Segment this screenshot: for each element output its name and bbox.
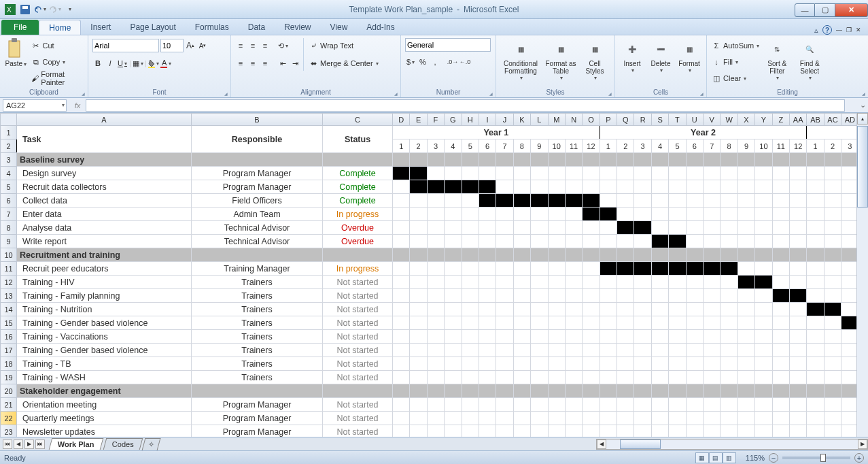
gantt-cell[interactable] <box>565 208 582 221</box>
gantt-cell[interactable] <box>651 344 668 357</box>
gantt-cell[interactable] <box>583 330 600 344</box>
gantt-cell[interactable] <box>772 303 789 316</box>
align-left-icon[interactable]: ≡ <box>235 58 246 69</box>
gantt-cell[interactable] <box>548 180 565 194</box>
gantt-cell[interactable] <box>651 371 668 384</box>
zoom-level[interactable]: 115% <box>746 454 765 462</box>
gantt-cell[interactable] <box>410 208 427 221</box>
gantt-cell[interactable] <box>427 221 444 235</box>
gantt-cell[interactable] <box>513 262 530 276</box>
cell[interactable] <box>824 248 841 262</box>
tab-view[interactable]: View <box>321 20 358 35</box>
gantt-cell[interactable] <box>686 303 703 316</box>
gantt-cell[interactable] <box>617 289 634 303</box>
gantt-cell[interactable] <box>513 371 530 384</box>
gantt-cell[interactable] <box>807 344 824 357</box>
gantt-cell[interactable] <box>704 235 721 248</box>
gantt-cell[interactable] <box>531 398 548 412</box>
cell[interactable] <box>427 384 444 398</box>
gantt-cell[interactable] <box>737 194 754 208</box>
row-header[interactable]: 17 <box>1 344 17 357</box>
cell[interactable] <box>583 248 600 262</box>
gantt-cell[interactable] <box>789 330 806 344</box>
row-header[interactable]: 2 <box>1 139 17 153</box>
col-header[interactable]: K <box>513 114 530 126</box>
row-header[interactable]: 5 <box>1 180 17 194</box>
gantt-cell[interactable] <box>704 316 721 330</box>
gantt-cell[interactable] <box>721 344 737 357</box>
responsible-cell[interactable]: Trainers <box>192 371 323 384</box>
gantt-cell[interactable] <box>565 289 582 303</box>
gantt-cell[interactable] <box>737 262 754 276</box>
gantt-cell[interactable] <box>496 194 513 208</box>
gantt-cell[interactable] <box>393 194 410 208</box>
gantt-cell[interactable] <box>721 398 737 412</box>
responsible-cell[interactable]: Technical Advisor <box>192 235 323 248</box>
gantt-cell[interactable] <box>755 235 772 248</box>
gantt-cell[interactable] <box>513 412 530 425</box>
row-header[interactable]: 9 <box>1 235 17 248</box>
gantt-cell[interactable] <box>755 208 772 221</box>
gantt-cell[interactable] <box>513 316 530 330</box>
col-header[interactable]: A <box>17 114 192 126</box>
cell[interactable] <box>531 153 548 167</box>
gantt-cell[interactable] <box>513 276 530 289</box>
gantt-cell[interactable] <box>704 412 721 425</box>
col-header[interactable]: Z <box>772 114 789 126</box>
gantt-cell[interactable] <box>427 425 444 437</box>
tab-file[interactable]: File <box>1 20 39 35</box>
gantt-cell[interactable] <box>600 221 617 235</box>
gantt-cell[interactable] <box>617 221 634 235</box>
gantt-cell[interactable] <box>445 398 462 412</box>
gantt-cell[interactable] <box>755 289 772 303</box>
col-header[interactable]: R <box>634 114 651 126</box>
gantt-cell[interactable] <box>737 221 754 235</box>
gantt-cell[interactable] <box>755 357 772 371</box>
gantt-cell[interactable] <box>600 262 617 276</box>
gantt-cell[interactable] <box>548 398 565 412</box>
cell[interactable] <box>651 384 668 398</box>
gantt-cell[interactable] <box>427 276 444 289</box>
fill-color-button[interactable] <box>148 58 159 69</box>
cell[interactable] <box>445 248 462 262</box>
row-header[interactable]: 6 <box>1 194 17 208</box>
cell[interactable] <box>427 248 444 262</box>
gantt-cell[interactable] <box>583 425 600 437</box>
merge-center-button[interactable]: ⬌Merge & Center <box>308 56 379 71</box>
cell[interactable] <box>192 248 323 262</box>
gantt-cell[interactable] <box>462 180 479 194</box>
gantt-cell[interactable] <box>513 194 530 208</box>
gantt-cell[interactable] <box>617 398 634 412</box>
gantt-cell[interactable] <box>462 235 479 248</box>
task-cell[interactable]: Training - Nutrition <box>17 303 192 316</box>
gantt-cell[interactable] <box>565 262 582 276</box>
cell[interactable] <box>617 248 634 262</box>
gantt-cell[interactable] <box>496 371 513 384</box>
gantt-cell[interactable] <box>513 235 530 248</box>
gantt-cell[interactable] <box>807 262 824 276</box>
gantt-cell[interactable] <box>789 194 806 208</box>
gantt-cell[interactable] <box>393 412 410 425</box>
gantt-cell[interactable] <box>531 371 548 384</box>
gantt-cell[interactable] <box>513 208 530 221</box>
gantt-cell[interactable] <box>427 303 444 316</box>
gantt-cell[interactable] <box>479 344 496 357</box>
gantt-cell[interactable] <box>772 180 789 194</box>
gantt-cell[interactable] <box>513 398 530 412</box>
vertical-scrollbar[interactable]: ▴ ▾ <box>856 113 868 450</box>
gantt-cell[interactable] <box>669 425 686 437</box>
gantt-cell[interactable] <box>565 221 582 235</box>
gantt-cell[interactable] <box>704 344 721 357</box>
page-break-view-icon[interactable]: ▥ <box>723 452 736 463</box>
gantt-cell[interactable] <box>772 262 789 276</box>
row-header[interactable]: 13 <box>1 289 17 303</box>
sheet-tab-codes[interactable]: Codes <box>103 438 142 450</box>
gantt-cell[interactable] <box>824 289 841 303</box>
help-icon[interactable]: ? <box>822 25 832 35</box>
gantt-cell[interactable] <box>410 167 427 180</box>
col-header[interactable]: AC <box>824 114 841 126</box>
italic-button[interactable]: I <box>105 58 116 69</box>
gantt-cell[interactable] <box>410 180 427 194</box>
qat-customize-icon[interactable]: ▾ <box>64 3 76 16</box>
gantt-cell[interactable] <box>531 412 548 425</box>
